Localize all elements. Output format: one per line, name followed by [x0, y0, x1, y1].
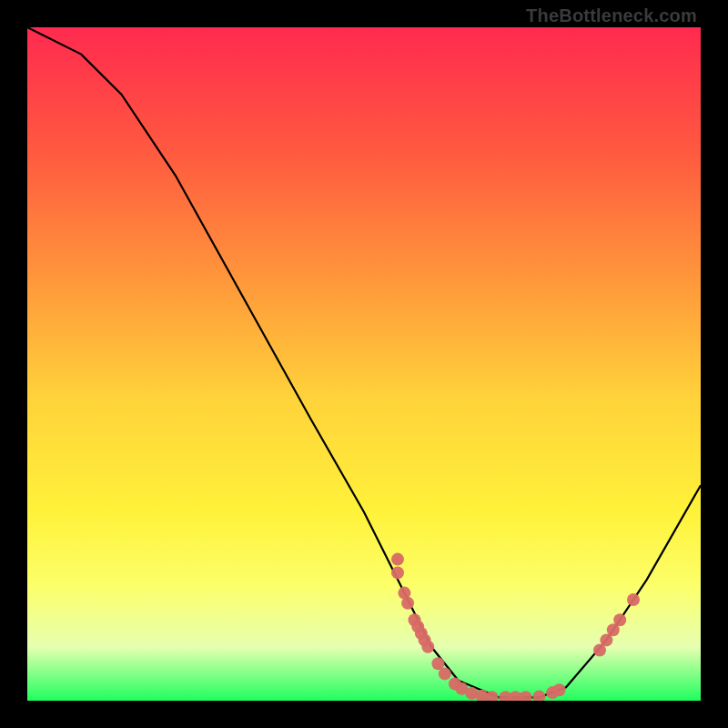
data-dot [401, 597, 414, 610]
data-dot [391, 566, 404, 579]
data-dot [520, 691, 532, 701]
chart-area [27, 27, 701, 701]
data-dot [627, 593, 640, 606]
bottleneck-curve [27, 27, 701, 697]
data-dot [532, 691, 545, 701]
chart-svg [27, 27, 701, 701]
data-dot [391, 553, 404, 566]
attribution-label: TheBottleneck.com [526, 5, 697, 26]
data-dot [439, 667, 451, 680]
data-dots [391, 553, 640, 701]
data-dot [421, 641, 434, 653]
data-dot [553, 683, 566, 696]
data-dot [613, 613, 626, 626]
